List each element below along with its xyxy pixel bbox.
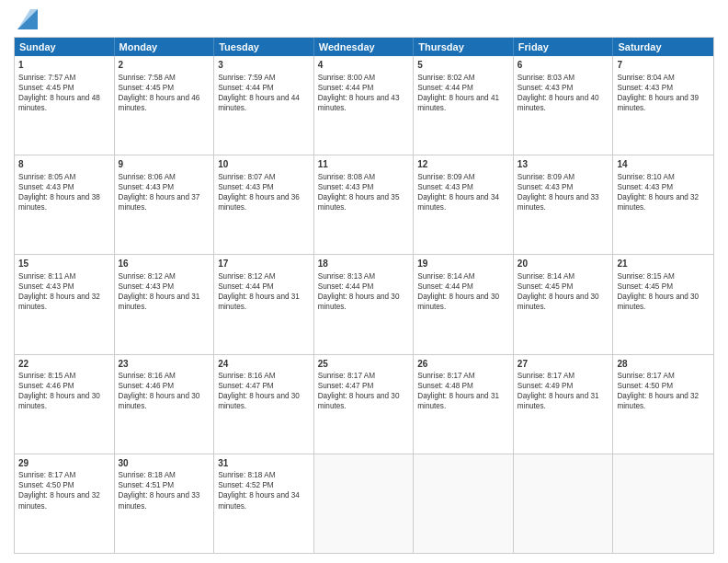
day-number: 10 xyxy=(218,158,310,171)
day-cell-8: 8Sunrise: 8:05 AMSunset: 4:43 PMDaylight… xyxy=(15,155,115,254)
daylight: Daylight: 8 hours and 41 minutes. xyxy=(417,94,499,112)
sunrise: Sunrise: 8:11 AM xyxy=(18,272,75,281)
day-number: 12 xyxy=(417,158,509,171)
sunset: Sunset: 4:43 PM xyxy=(518,84,574,92)
sunset: Sunset: 4:46 PM xyxy=(18,382,74,390)
sunrise: Sunrise: 8:04 AM xyxy=(617,74,674,82)
day-of-week-sunday: Sunday xyxy=(15,38,115,56)
daylight: Daylight: 8 hours and 30 minutes. xyxy=(518,293,599,311)
day-cell-2: 2Sunrise: 7:58 AMSunset: 4:45 PMDaylight… xyxy=(115,56,215,155)
daylight: Daylight: 8 hours and 37 minutes. xyxy=(119,193,200,212)
sunrise: Sunrise: 8:15 AM xyxy=(617,272,674,281)
sunset: Sunset: 4:43 PM xyxy=(119,183,175,191)
day-of-week-tuesday: Tuesday xyxy=(214,38,314,56)
svg-marker-1 xyxy=(17,9,38,29)
day-number: 4 xyxy=(318,59,410,72)
sunset: Sunset: 4:45 PM xyxy=(18,84,74,92)
day-cell-1: 1Sunrise: 7:57 AMSunset: 4:45 PMDaylight… xyxy=(15,56,115,155)
sunrise: Sunrise: 8:07 AM xyxy=(218,173,275,181)
sunset: Sunset: 4:47 PM xyxy=(218,382,274,390)
calendar-page: SundayMondayTuesdayWednesdayThursdayFrid… xyxy=(0,0,728,563)
sunrise: Sunrise: 8:13 AM xyxy=(318,272,375,281)
day-number: 29 xyxy=(18,457,110,470)
sunset: Sunset: 4:48 PM xyxy=(417,382,473,390)
day-number: 11 xyxy=(318,158,410,171)
sunrise: Sunrise: 8:16 AM xyxy=(119,372,176,380)
day-cell-10: 10Sunrise: 8:07 AMSunset: 4:43 PMDayligh… xyxy=(214,155,314,254)
day-cell-29: 29Sunrise: 8:17 AMSunset: 4:50 PMDayligh… xyxy=(15,454,115,553)
day-of-week-thursday: Thursday xyxy=(414,38,514,56)
sunset: Sunset: 4:43 PM xyxy=(218,183,274,191)
empty-cell xyxy=(613,454,713,553)
sunset: Sunset: 4:43 PM xyxy=(417,183,473,191)
daylight: Daylight: 8 hours and 46 minutes. xyxy=(119,94,200,112)
sunset: Sunset: 4:43 PM xyxy=(518,183,574,191)
sunset: Sunset: 4:44 PM xyxy=(218,84,274,92)
day-number: 13 xyxy=(518,158,609,171)
sunset: Sunset: 4:50 PM xyxy=(617,382,673,390)
header xyxy=(14,9,714,29)
daylight: Daylight: 8 hours and 34 minutes. xyxy=(417,193,499,212)
day-number: 3 xyxy=(218,59,310,72)
day-number: 9 xyxy=(119,158,210,171)
daylight: Daylight: 8 hours and 32 minutes. xyxy=(18,491,100,510)
calendar: SundayMondayTuesdayWednesdayThursdayFrid… xyxy=(14,37,714,554)
sunset: Sunset: 4:44 PM xyxy=(417,282,473,291)
day-number: 27 xyxy=(518,358,609,371)
day-number: 28 xyxy=(617,358,710,371)
sunset: Sunset: 4:49 PM xyxy=(518,382,574,390)
daylight: Daylight: 8 hours and 44 minutes. xyxy=(218,94,300,112)
sunset: Sunset: 4:44 PM xyxy=(318,282,374,291)
day-cell-11: 11Sunrise: 8:08 AMSunset: 4:43 PMDayligh… xyxy=(314,155,415,254)
day-number: 19 xyxy=(417,258,509,270)
day-of-week-friday: Friday xyxy=(514,38,614,56)
sunset: Sunset: 4:43 PM xyxy=(318,183,374,191)
day-cell-22: 22Sunrise: 8:15 AMSunset: 4:46 PMDayligh… xyxy=(15,355,115,454)
sunrise: Sunrise: 8:09 AM xyxy=(417,173,474,181)
daylight: Daylight: 8 hours and 39 minutes. xyxy=(617,94,699,112)
day-cell-31: 31Sunrise: 8:18 AMSunset: 4:52 PMDayligh… xyxy=(214,454,314,553)
day-cell-13: 13Sunrise: 8:09 AMSunset: 4:43 PMDayligh… xyxy=(514,155,614,254)
sunrise: Sunrise: 7:57 AM xyxy=(18,74,75,82)
day-number: 1 xyxy=(18,59,110,72)
day-number: 15 xyxy=(18,258,110,270)
sunrise: Sunrise: 8:05 AM xyxy=(18,173,75,181)
daylight: Daylight: 8 hours and 32 minutes. xyxy=(18,293,100,311)
day-number: 20 xyxy=(518,258,609,270)
logo-icon xyxy=(17,9,38,29)
daylight: Daylight: 8 hours and 31 minutes. xyxy=(218,293,300,311)
calendar-header: SundayMondayTuesdayWednesdayThursdayFrid… xyxy=(15,38,713,56)
day-cell-4: 4Sunrise: 8:00 AMSunset: 4:44 PMDaylight… xyxy=(314,56,415,155)
sunset: Sunset: 4:43 PM xyxy=(617,84,673,92)
day-number: 6 xyxy=(518,59,609,72)
day-number: 14 xyxy=(617,158,710,171)
calendar-row-3: 15Sunrise: 8:11 AMSunset: 4:43 PMDayligh… xyxy=(15,255,713,354)
empty-cell xyxy=(314,454,415,553)
sunset: Sunset: 4:43 PM xyxy=(617,183,673,191)
day-cell-9: 9Sunrise: 8:06 AMSunset: 4:43 PMDaylight… xyxy=(115,155,215,254)
daylight: Daylight: 8 hours and 40 minutes. xyxy=(518,94,599,112)
sunrise: Sunrise: 8:15 AM xyxy=(18,372,75,380)
sunrise: Sunrise: 8:17 AM xyxy=(417,372,474,380)
calendar-body: 1Sunrise: 7:57 AMSunset: 4:45 PMDaylight… xyxy=(15,56,713,553)
sunset: Sunset: 4:44 PM xyxy=(417,84,473,92)
sunset: Sunset: 4:45 PM xyxy=(518,282,574,291)
sunrise: Sunrise: 8:18 AM xyxy=(218,471,275,479)
sunset: Sunset: 4:45 PM xyxy=(617,282,673,291)
day-number: 30 xyxy=(119,457,210,470)
day-of-week-monday: Monday xyxy=(115,38,215,56)
day-number: 25 xyxy=(318,358,410,371)
daylight: Daylight: 8 hours and 33 minutes. xyxy=(119,491,200,510)
sunset: Sunset: 4:46 PM xyxy=(119,382,175,390)
sunrise: Sunrise: 8:10 AM xyxy=(617,173,674,181)
daylight: Daylight: 8 hours and 31 minutes. xyxy=(417,392,499,410)
daylight: Daylight: 8 hours and 35 minutes. xyxy=(318,193,400,212)
day-number: 18 xyxy=(318,258,410,270)
sunset: Sunset: 4:45 PM xyxy=(119,84,175,92)
empty-cell xyxy=(514,454,614,553)
sunrise: Sunrise: 8:08 AM xyxy=(318,173,375,181)
empty-cell xyxy=(414,454,514,553)
calendar-row-4: 22Sunrise: 8:15 AMSunset: 4:46 PMDayligh… xyxy=(15,355,713,454)
day-cell-6: 6Sunrise: 8:03 AMSunset: 4:43 PMDaylight… xyxy=(514,56,614,155)
day-number: 17 xyxy=(218,258,310,270)
